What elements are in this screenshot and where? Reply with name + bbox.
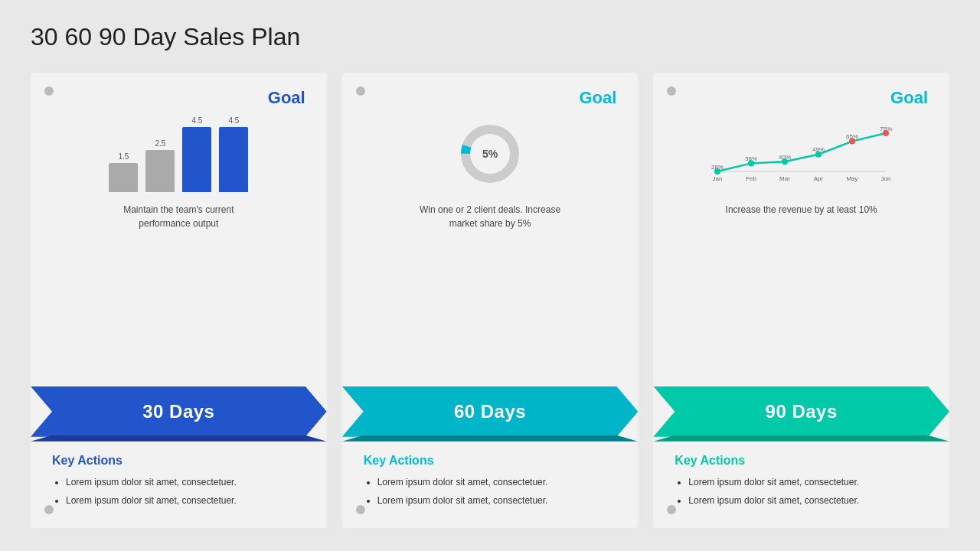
svg-text:May: May — [846, 175, 858, 182]
arrow-shape-2: 60 Days — [342, 386, 639, 437]
arrow-shape-3: 90 Days — [653, 386, 949, 437]
donut-svg: 5% — [456, 119, 524, 188]
bar-value-2: 2.5 — [155, 139, 165, 148]
key-actions-title-2: Key Actions — [364, 454, 617, 468]
key-action-item: Lorem ipsum dolor sit amet, consectetuer… — [377, 494, 617, 508]
goal-label-1: Goal — [52, 88, 305, 108]
key-actions-title-3: Key Actions — [675, 454, 928, 468]
line-chart-svg: 28% 38% 40% 49% 65% 75% Jan Feb Mar Apr … — [710, 118, 893, 191]
svg-text:28%: 28% — [711, 164, 724, 171]
svg-text:Feb: Feb — [746, 175, 756, 182]
key-action-item: Lorem ipsum dolor sit amet, consectetuer… — [66, 475, 305, 490]
bar-2 — [145, 150, 175, 192]
card-content-1: Goal 1.5 2.5 4.5 4.5 — [31, 73, 327, 386]
card-content-3: Goal — [653, 73, 949, 386]
bar-group-3: 4.5 — [182, 116, 211, 192]
arrow-shape-1: 30 Days — [31, 386, 327, 437]
bar-1 — [109, 163, 138, 192]
svg-text:Apr: Apr — [813, 175, 823, 182]
key-actions-section-1: Key Actions Lorem ipsum dolor sit amet, … — [31, 442, 327, 528]
key-action-item: Lorem ipsum dolor sit amet, consectetuer… — [688, 494, 928, 508]
key-actions-title-1: Key Actions — [52, 454, 305, 468]
arrow-label-2: 60 Days — [454, 401, 526, 422]
card-content-2: Goal 5% Win one or 2 client deals. Incre… — [342, 73, 639, 386]
key-actions-list-1: Lorem ipsum dolor sit amet, consectetuer… — [52, 475, 305, 508]
goal-description-2: Win one or 2 client deals. Increasemarke… — [364, 203, 617, 230]
svg-text:40%: 40% — [779, 154, 791, 161]
card-60-days: Goal 5% Win one or 2 client deals. Incre… — [342, 73, 639, 528]
donut-chart: 5% — [364, 116, 617, 192]
arrow-label-1: 30 Days — [142, 401, 214, 422]
goal-description-3: Increase the revenue by at least 10% — [675, 203, 928, 217]
bar-group-2: 2.5 — [145, 139, 175, 192]
key-action-item: Lorem ipsum dolor sit amet, consectetuer… — [377, 475, 617, 490]
arrow-shadow-3 — [653, 435, 949, 442]
goal-label-3: Goal — [675, 88, 928, 108]
arrow-banner-2: 60 Days — [342, 386, 639, 437]
bar-group-4: 4.5 — [219, 116, 248, 192]
page-title: 30 60 90 Day Sales Plan — [31, 23, 949, 51]
svg-text:Mar: Mar — [779, 175, 790, 182]
svg-text:65%: 65% — [846, 133, 858, 140]
card-dot-top — [44, 86, 54, 96]
goal-label-2: Goal — [364, 88, 617, 108]
cards-container: Goal 1.5 2.5 4.5 4.5 — [31, 73, 949, 528]
arrow-label-3: 90 Days — [766, 401, 838, 422]
card-30-days: Goal 1.5 2.5 4.5 4.5 — [31, 73, 327, 528]
card-dot-bottom — [44, 505, 54, 514]
arrow-shadow-1 — [31, 435, 327, 442]
bar-value-3: 4.5 — [191, 116, 202, 125]
key-action-item: Lorem ipsum dolor sit amet, consectetuer… — [688, 475, 928, 490]
svg-text:Jun: Jun — [880, 175, 890, 182]
svg-text:Jan: Jan — [712, 175, 722, 182]
bar-4 — [219, 127, 248, 192]
key-action-item: Lorem ipsum dolor sit amet, consectetuer… — [66, 494, 305, 508]
svg-text:49%: 49% — [812, 146, 825, 153]
arrow-banner-3: 90 Days — [653, 386, 949, 437]
line-chart: 28% 38% 40% 49% 65% 75% Jan Feb Mar Apr … — [675, 116, 928, 192]
svg-text:75%: 75% — [880, 126, 892, 132]
key-actions-section-2: Key Actions Lorem ipsum dolor sit amet, … — [342, 442, 639, 528]
svg-text:5%: 5% — [482, 148, 498, 160]
key-actions-list-2: Lorem ipsum dolor sit amet, consectetuer… — [364, 475, 617, 508]
card-dot-bottom-2 — [356, 505, 365, 514]
bar-value-1: 1.5 — [118, 152, 129, 161]
bar-value-4: 4.5 — [228, 116, 239, 125]
arrow-shadow-2 — [342, 435, 639, 442]
arrow-banner-1: 30 Days — [31, 386, 327, 437]
card-dot-top-2 — [356, 86, 365, 96]
bar-group-1: 1.5 — [109, 152, 138, 192]
bar-chart-1: 1.5 2.5 4.5 4.5 — [52, 116, 305, 192]
goal-description-1: Maintain the team's currentperformance o… — [52, 203, 305, 230]
key-actions-section-3: Key Actions Lorem ipsum dolor sit amet, … — [653, 442, 949, 528]
bar-3 — [182, 127, 211, 192]
key-actions-list-3: Lorem ipsum dolor sit amet, consectetuer… — [675, 475, 928, 508]
card-90-days: Goal — [653, 73, 949, 528]
svg-text:38%: 38% — [745, 155, 757, 162]
